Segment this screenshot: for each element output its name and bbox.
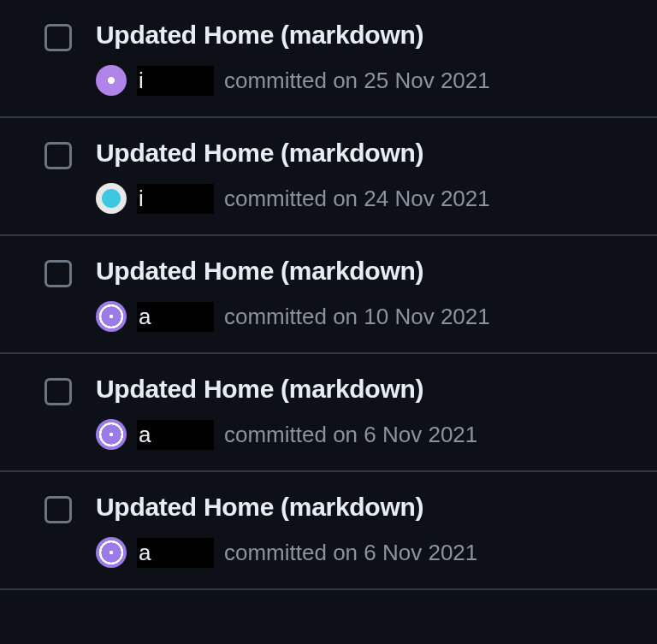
commit-title-link[interactable]: Updated Home (markdown) bbox=[96, 493, 477, 522]
user-avatar-icon[interactable] bbox=[96, 419, 127, 450]
commit-meta: a committed on 6 Nov 2021 bbox=[96, 537, 477, 568]
commit-row: Updated Home (markdown) a committed on 1… bbox=[0, 236, 657, 354]
commit-content: Updated Home (markdown) a committed on 6… bbox=[96, 375, 477, 450]
commit-title-link[interactable]: Updated Home (markdown) bbox=[96, 257, 490, 286]
select-commit-checkbox[interactable] bbox=[44, 378, 72, 405]
user-avatar-icon[interactable] bbox=[96, 537, 127, 568]
user-avatar-icon[interactable] bbox=[96, 301, 127, 332]
username-link[interactable]: a bbox=[137, 302, 214, 332]
commit-meta: a committed on 10 Nov 2021 bbox=[96, 301, 490, 332]
commit-date: committed on 6 Nov 2021 bbox=[224, 540, 477, 566]
user-avatar-icon[interactable] bbox=[96, 65, 127, 96]
commit-title-link[interactable]: Updated Home (markdown) bbox=[96, 139, 490, 168]
commit-meta: i committed on 24 Nov 2021 bbox=[96, 183, 490, 214]
commit-content: Updated Home (markdown) a committed on 1… bbox=[96, 257, 490, 332]
commit-row: Updated Home (markdown) i committed on 2… bbox=[0, 118, 657, 236]
commit-content: Updated Home (markdown) i committed on 2… bbox=[96, 21, 490, 96]
commit-content: Updated Home (markdown) a committed on 6… bbox=[96, 493, 477, 568]
username-link[interactable]: i bbox=[137, 66, 214, 96]
user-avatar-icon[interactable] bbox=[96, 183, 127, 214]
commit-date: committed on 6 Nov 2021 bbox=[224, 422, 477, 448]
commit-meta: i committed on 25 Nov 2021 bbox=[96, 65, 490, 96]
username-link[interactable]: i bbox=[137, 184, 214, 214]
commit-row: Updated Home (markdown) a committed on 6… bbox=[0, 354, 657, 472]
select-commit-checkbox[interactable] bbox=[44, 24, 72, 51]
commit-date: committed on 24 Nov 2021 bbox=[224, 186, 490, 212]
commit-row: Updated Home (markdown) i committed on 2… bbox=[0, 0, 657, 118]
commit-list: Updated Home (markdown) i committed on 2… bbox=[0, 0, 657, 590]
commit-title-link[interactable]: Updated Home (markdown) bbox=[96, 21, 490, 50]
commit-date: committed on 10 Nov 2021 bbox=[224, 304, 490, 330]
commit-content: Updated Home (markdown) i committed on 2… bbox=[96, 139, 490, 214]
commit-meta: a committed on 6 Nov 2021 bbox=[96, 419, 477, 450]
commit-row: Updated Home (markdown) a committed on 6… bbox=[0, 472, 657, 590]
select-commit-checkbox[interactable] bbox=[44, 496, 72, 523]
username-link[interactable]: a bbox=[137, 538, 214, 568]
commit-title-link[interactable]: Updated Home (markdown) bbox=[96, 375, 477, 404]
commit-date: committed on 25 Nov 2021 bbox=[224, 68, 490, 94]
select-commit-checkbox[interactable] bbox=[44, 142, 72, 169]
select-commit-checkbox[interactable] bbox=[44, 260, 72, 287]
username-link[interactable]: a bbox=[137, 420, 214, 450]
